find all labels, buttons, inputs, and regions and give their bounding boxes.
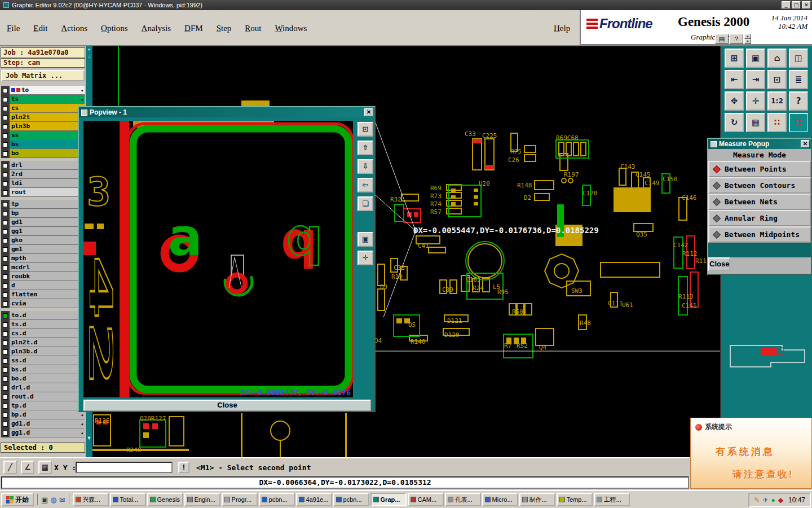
tray-red-icon[interactable]: ◆: [778, 496, 783, 504]
strip-down-icon[interactable]: ↓: [86, 53, 92, 60]
layer-checkbox[interactable]: [1, 374, 10, 383]
layer-row-gd1[interactable]: gd1◂: [1, 218, 85, 227]
menu-help[interactable]: Help: [554, 24, 570, 33]
help-icon[interactable]: ?: [730, 34, 743, 44]
layer-row-cs-d[interactable]: cs.d◂: [1, 329, 85, 338]
popview-close-button[interactable]: Close: [83, 400, 371, 411]
layer-row-gd1-d[interactable]: gd1.d◂: [1, 419, 85, 428]
minimize-button[interactable]: _: [782, 1, 791, 9]
layer-checkbox[interactable]: [1, 320, 10, 329]
layer-checkbox[interactable]: [1, 86, 10, 95]
measure-option-between-nets[interactable]: Between Nets: [708, 194, 811, 210]
job-matrix-button[interactable]: Job Matrix ...: [1, 70, 85, 81]
quicklaunch-desktop-icon[interactable]: ▣: [41, 496, 48, 504]
layer-checkbox[interactable]: [1, 254, 10, 263]
strip-scroll-icon[interactable]: ▼: [86, 435, 92, 441]
pv-zoom-grid-button[interactable]: ▣: [358, 232, 373, 247]
pv-copy-view-button[interactable]: ❏: [358, 196, 373, 211]
layer-checkbox[interactable]: [1, 419, 10, 428]
quicklaunch-browser-icon[interactable]: ◍: [50, 496, 56, 504]
layer-row-pln3b[interactable]: pln3b◂: [1, 122, 85, 131]
grid-toggle-icon[interactable]: ▦: [38, 461, 52, 474]
layer-row-drl[interactable]: drl: [1, 161, 85, 170]
layer-row-cvia[interactable]: cvia: [1, 299, 85, 308]
layer-checkbox[interactable]: [1, 290, 10, 299]
layer-row-bp[interactable]: bp◂: [1, 209, 85, 218]
restore-button[interactable]: ▢: [792, 1, 801, 9]
layer-checkbox[interactable]: [1, 383, 10, 392]
zoom-box-button[interactable]: ⊡: [767, 70, 787, 89]
measure-option-between-contours[interactable]: Between Contours: [708, 177, 811, 194]
draw-mode-icon[interactable]: ╱: [3, 461, 17, 474]
taskbar-task-[interactable]: 孔表...: [445, 493, 481, 506]
taskbar-task-engin[interactable]: Engin...: [184, 493, 220, 506]
layer-row-ss[interactable]: ss◂: [1, 131, 85, 140]
layer-checkbox[interactable]: [1, 410, 10, 419]
menu-step[interactable]: Step: [217, 24, 232, 33]
layer-checkbox[interactable]: [1, 131, 10, 140]
layer-checkbox[interactable]: [1, 104, 10, 113]
layer-row-ss-d[interactable]: ss.d◂: [1, 356, 85, 365]
layer-checkbox[interactable]: [1, 401, 10, 410]
layer-checkbox[interactable]: [1, 263, 10, 272]
pan-button[interactable]: ✛: [746, 91, 765, 111]
layer-row-to[interactable]: to◂: [1, 86, 85, 95]
layer-checkbox[interactable]: [1, 365, 10, 374]
close-button[interactable]: ✕: [802, 1, 811, 9]
menu-edit[interactable]: Edit: [33, 24, 47, 33]
screen-view-button[interactable]: ▣: [746, 49, 765, 68]
layer-checkbox[interactable]: [1, 218, 10, 227]
taskbar-task-micro[interactable]: Micro...: [482, 493, 518, 506]
layer-checkbox[interactable]: [1, 209, 10, 218]
layer-checkbox[interactable]: [1, 149, 10, 158]
measure-popup-close-icon[interactable]: ✕: [801, 140, 810, 148]
rotate-button[interactable]: ↻: [725, 113, 744, 132]
layer-row-mpth[interactable]: mpth: [1, 254, 85, 263]
measure-option-between-points[interactable]: Between Points: [708, 161, 811, 177]
taskbar-task-progr[interactable]: Progr...: [222, 493, 258, 506]
layer-row-bs[interactable]: bs◂: [1, 140, 85, 149]
layer-checkbox[interactable]: [1, 356, 10, 365]
pv-scroll-down-button[interactable]: ⇩: [358, 159, 373, 174]
measure-popup-close-button[interactable]: Close: [708, 257, 730, 271]
layer-row-bp-d[interactable]: bp.d◂: [1, 410, 85, 419]
layer-checkbox[interactable]: [1, 170, 10, 179]
layer-checkbox[interactable]: [1, 122, 10, 131]
layer-row-rout[interactable]: rout: [1, 188, 85, 197]
layer-row-rout-d[interactable]: rout.d◂: [1, 392, 85, 401]
warning-button[interactable]: !: [178, 462, 189, 473]
layer-checkbox[interactable]: [1, 347, 10, 356]
taskbar-task-[interactable]: 工程...: [594, 493, 630, 506]
layer-checkbox[interactable]: [1, 140, 10, 149]
layer-stack-button[interactable]: ≣: [789, 70, 808, 89]
layer-row-tp[interactable]: tp◂: [1, 200, 85, 209]
xy-input[interactable]: [76, 462, 173, 473]
layer-checkbox[interactable]: [1, 227, 10, 236]
dock-right-button[interactable]: ⇥: [746, 70, 765, 89]
layer-row-bs-d[interactable]: bs.d◂: [1, 365, 85, 374]
pv-scroll-left-button[interactable]: ⇦: [358, 178, 373, 192]
taskbar-task-total[interactable]: Total...: [110, 493, 146, 506]
layer-row-tp-d[interactable]: tp.d◂: [1, 401, 85, 410]
layer-row-flatten[interactable]: flatten: [1, 290, 85, 299]
taskbar-task-[interactable]: 制作...: [519, 493, 555, 506]
taskbar-task-[interactable]: 兴森...: [73, 493, 109, 506]
layer-row-gm1[interactable]: gm1◂: [1, 245, 85, 254]
layer-row-ts-d[interactable]: ts.d◂: [1, 320, 85, 329]
menu-file[interactable]: File: [7, 24, 20, 33]
layer-row-ts[interactable]: ts◂: [1, 95, 85, 104]
layer-row-pln3b-d[interactable]: pln3b.d◂: [1, 347, 85, 356]
layer-row-gg1-d[interactable]: gg1.d◂: [1, 428, 85, 437]
layer-checkbox[interactable]: [1, 329, 10, 338]
layer-checkbox[interactable]: [1, 161, 10, 170]
layer-row-pln2t[interactable]: pln2t◂: [1, 113, 85, 122]
taskbar-task-4a91e[interactable]: 4a91e...: [296, 493, 332, 506]
layer-row-ldi[interactable]: ldi: [1, 179, 85, 188]
help-button[interactable]: ?: [789, 91, 808, 111]
taskbar-task-cam[interactable]: CAM...: [408, 493, 444, 506]
tray-pencil-icon[interactable]: ✎: [754, 496, 760, 504]
layer-row-drl-d[interactable]: drl.d◂: [1, 383, 85, 392]
layer-row-bo-d[interactable]: bo.d◂: [1, 374, 85, 383]
dock-left-button[interactable]: ⇤: [725, 70, 744, 89]
popview-close-icon[interactable]: ✕: [364, 108, 373, 116]
